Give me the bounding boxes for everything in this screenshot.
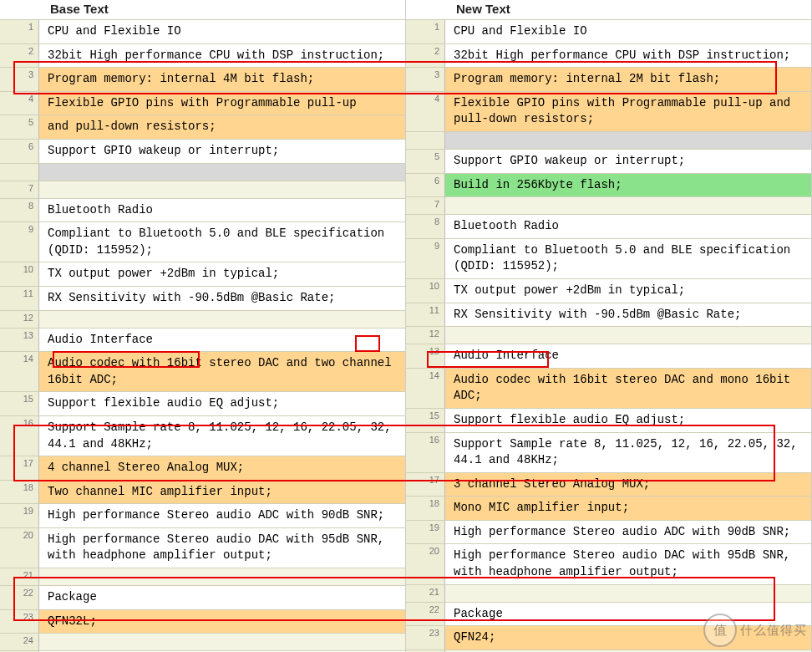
line-content: Program memory: internal 2M bit flash; bbox=[445, 68, 811, 91]
watermark-badge-icon: 值 bbox=[703, 614, 737, 647]
line-number: 13 bbox=[406, 344, 445, 368]
diff-line[interactable]: 15Support flexible audio EQ adjust; bbox=[406, 408, 811, 432]
diff-line[interactable]: 16Support Sample rate 8, 11.025, 12, 16,… bbox=[406, 432, 811, 472]
diff-line[interactable]: 232bit High performance CPU with DSP ins… bbox=[0, 43, 405, 68]
base-text-pane[interactable]: Base Text 1CPU and Flexible IO232bit Hig… bbox=[0, 0, 406, 652]
diff-line[interactable]: 19High performance Stereo audio ADC with… bbox=[0, 503, 405, 527]
line-number: 18 bbox=[0, 481, 39, 504]
line-content: Mono MIC amplifier input; bbox=[445, 497, 811, 520]
diff-line[interactable]: 4Flexible GPIO pins with Programmable pu… bbox=[406, 91, 811, 131]
line-number: 7 bbox=[406, 197, 445, 214]
diff-line[interactable]: 10TX output power +2dBm in typical; bbox=[406, 278, 811, 303]
diff-line[interactable]: 5and pull-down resistors; bbox=[0, 115, 405, 139]
diff-line[interactable]: 10TX output power +2dBm in typical; bbox=[0, 262, 405, 286]
line-number: 8 bbox=[406, 215, 445, 238]
line-number bbox=[0, 164, 39, 181]
line-content: Audio codec with 16bit stereo DAC and mo… bbox=[445, 369, 811, 408]
diff-line[interactable]: 1CPU and Flexible IO bbox=[406, 19, 811, 43]
diff-line[interactable]: 20High performance Stereo audio DAC with… bbox=[0, 527, 405, 568]
line-number: 3 bbox=[0, 68, 39, 91]
diff-line[interactable]: 21 bbox=[0, 568, 405, 585]
line-content: 4 channel Stereo Analog MUX; bbox=[39, 456, 405, 480]
line-number: 4 bbox=[0, 92, 39, 115]
line-content bbox=[39, 164, 405, 181]
diff-line[interactable]: 15Support flexible audio EQ adjust; bbox=[0, 391, 405, 415]
diff-line[interactable]: 18Mono MIC amplifier input; bbox=[406, 496, 811, 520]
line-number: 14 bbox=[406, 369, 445, 408]
line-number: 2 bbox=[406, 44, 445, 68]
diff-line[interactable]: 3Program memory: internal 4M bit flash; bbox=[0, 67, 405, 91]
diff-line[interactable]: 4Flexible GPIO pins with Programmable pu… bbox=[0, 91, 405, 115]
diff-line[interactable]: 23QFN32L; bbox=[0, 609, 405, 634]
diff-line[interactable]: 14Audio codec with 16bit stereo DAC and … bbox=[406, 368, 811, 408]
line-content: TX output power +2dBm in typical; bbox=[445, 279, 811, 303]
line-number: 24 bbox=[0, 634, 39, 650]
diff-line[interactable]: 24 bbox=[0, 633, 405, 650]
diff-line[interactable]: 13Audio Interface bbox=[0, 328, 405, 352]
line-content: Build in 256Kbyte flash; bbox=[445, 174, 811, 197]
diff-line[interactable]: 3Program memory: internal 2M bit flash; bbox=[406, 67, 811, 91]
diff-line[interactable]: 16Support Sample rate 8, 11.025, 12, 16,… bbox=[0, 415, 405, 456]
line-content: Audio codec with 16bit stereo DAC and tw… bbox=[39, 352, 405, 391]
line-content: Bluetooth Radio bbox=[39, 199, 405, 222]
diff-viewer: Base Text 1CPU and Flexible IO232bit Hig… bbox=[0, 0, 812, 652]
line-content bbox=[39, 311, 405, 328]
line-number: 14 bbox=[0, 352, 39, 391]
diff-line[interactable]: 19High performance Stereo audio ADC with… bbox=[406, 520, 811, 544]
diff-line[interactable]: 8Bluetooth Radio bbox=[406, 214, 811, 238]
diff-line[interactable]: 12 bbox=[406, 326, 811, 344]
diff-line[interactable]: 7 bbox=[406, 196, 811, 214]
line-number bbox=[406, 132, 445, 149]
diff-line[interactable]: 18Two channel MIC amplifier input; bbox=[0, 480, 405, 504]
diff-line[interactable]: 14Audio codec with 16bit stereo DAC and … bbox=[0, 351, 405, 391]
diff-line[interactable]: 173 channel Stereo Analog MUX; bbox=[406, 472, 811, 497]
line-number: 10 bbox=[0, 262, 39, 286]
diff-line[interactable]: 6Build in 256Kbyte flash; bbox=[406, 173, 811, 197]
line-content: CPU and Flexible IO bbox=[39, 20, 405, 43]
line-content bbox=[445, 132, 811, 149]
new-text-pane[interactable]: New Text 1CPU and Flexible IO232bit High… bbox=[406, 0, 812, 652]
diff-line[interactable]: 9Compliant to Bluetooth 5.0 and BLE spec… bbox=[406, 238, 811, 278]
line-content bbox=[39, 181, 405, 198]
line-number: 5 bbox=[0, 115, 39, 139]
line-number: 17 bbox=[406, 473, 445, 497]
line-content: 3 channel Stereo Analog MUX; bbox=[445, 473, 811, 497]
line-number: 7 bbox=[0, 181, 39, 198]
line-number: 4 bbox=[406, 92, 445, 131]
diff-line[interactable]: 174 channel Stereo Analog MUX; bbox=[0, 456, 405, 480]
watermark-text: 什么值得买 bbox=[740, 623, 807, 639]
line-number: 19 bbox=[0, 504, 39, 527]
line-content: High performance Stereo audio DAC with 9… bbox=[445, 544, 811, 583]
line-content: Program memory: internal 4M bit flash; bbox=[39, 68, 405, 91]
line-content: Support flexible audio EQ adjust; bbox=[39, 392, 405, 415]
diff-line[interactable]: 13Audio Interface bbox=[406, 344, 811, 368]
line-content: Flexible GPIO pins with Programmable pul… bbox=[39, 92, 405, 115]
diff-line[interactable]: 1CPU and Flexible IO bbox=[0, 19, 405, 43]
line-content: Bluetooth Radio bbox=[445, 215, 811, 238]
diff-line[interactable]: 20High performance Stereo audio DAC with… bbox=[406, 543, 811, 583]
diff-line[interactable]: 232bit High performance CPU with DSP ins… bbox=[406, 43, 811, 68]
diff-line[interactable] bbox=[406, 131, 811, 149]
line-number: 20 bbox=[0, 528, 39, 568]
diff-line[interactable]: 9Compliant to Bluetooth 5.0 and BLE spec… bbox=[0, 222, 405, 262]
diff-line[interactable]: 6Support GPIO wakeup or interrupt; bbox=[0, 139, 405, 163]
base-header: Base Text bbox=[0, 0, 405, 19]
line-number: 6 bbox=[406, 174, 445, 197]
diff-line[interactable]: 11RX Sensitivity with -90.5dBm @Basic Ra… bbox=[406, 303, 811, 327]
line-number: 12 bbox=[0, 311, 39, 328]
diff-line[interactable]: 22Package bbox=[0, 585, 405, 609]
diff-line[interactable]: 12 bbox=[0, 310, 405, 328]
diff-line[interactable]: 8Bluetooth Radio bbox=[0, 198, 405, 222]
line-number: 21 bbox=[406, 585, 445, 602]
diff-line[interactable]: 7 bbox=[0, 181, 405, 198]
line-number: 22 bbox=[0, 586, 39, 609]
line-number: 9 bbox=[406, 239, 445, 278]
line-content bbox=[445, 585, 811, 602]
line-content: Audio Interface bbox=[445, 344, 811, 368]
diff-line[interactable]: 11RX Sensitivity with -90.5dBm @Basic Ra… bbox=[0, 286, 405, 310]
line-number: 1 bbox=[406, 20, 445, 43]
diff-line[interactable]: 5Support GPIO wakeup or interrupt; bbox=[406, 149, 811, 173]
line-number: 8 bbox=[0, 199, 39, 222]
diff-line[interactable]: 21 bbox=[406, 584, 811, 602]
diff-line[interactable] bbox=[0, 163, 405, 181]
